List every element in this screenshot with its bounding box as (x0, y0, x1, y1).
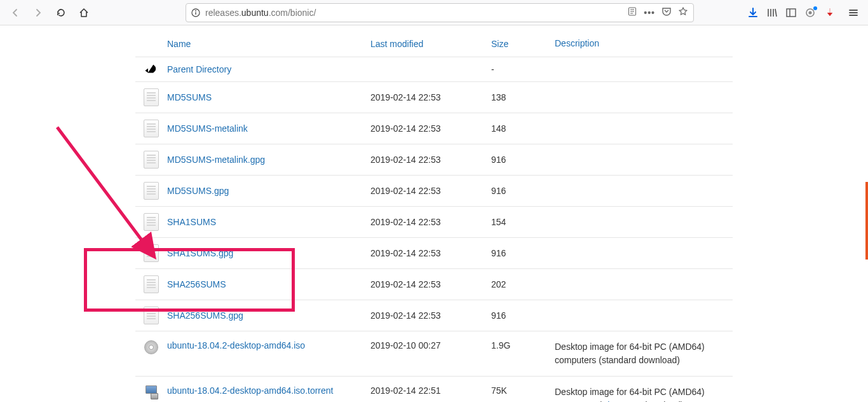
table-row: SHA256SUMS2019-02-14 22:53202 (135, 269, 733, 300)
col-desc[interactable]: Description (555, 38, 599, 48)
file-size: 75K (491, 385, 555, 396)
table-row: MD5SUMS2019-02-14 22:53138 (135, 82, 733, 113)
file-icon (144, 120, 159, 137)
file-date: 2019-02-14 22:53 (370, 155, 491, 165)
file-icon (144, 213, 159, 231)
pocket-icon[interactable] (661, 6, 672, 18)
menu-button[interactable] (848, 7, 859, 18)
table-row: MD5SUMS-metalink2019-02-14 22:53148 (135, 113, 733, 144)
url-bar[interactable]: releases.ubuntu.com/bionic/ ••• (186, 3, 694, 22)
file-icon (144, 151, 159, 169)
table-row: MD5SUMS-metalink.gpg2019-02-14 22:53916 (135, 144, 733, 176)
file-size: 202 (491, 279, 555, 289)
file-link[interactable]: MD5SUMS-metalink (167, 123, 248, 134)
bookmark-star-icon[interactable] (678, 6, 688, 18)
table-row: MD5SUMS.gpg2019-02-14 22:53916 (135, 176, 733, 207)
file-icon (144, 244, 159, 262)
table-row: SHA1SUMS.gpg2019-02-14 22:53916 (135, 238, 733, 269)
cd-icon (144, 340, 158, 354)
svg-point-1 (195, 10, 196, 11)
file-link[interactable]: MD5SUMS-metalink.gpg (167, 155, 265, 165)
sidebar-icon[interactable] (785, 7, 797, 18)
downloads-icon[interactable] (747, 7, 759, 18)
file-size: 148 (491, 123, 555, 134)
url-text: releases.ubuntu.com/bionic/ (205, 8, 622, 18)
back-button[interactable] (5, 3, 25, 23)
file-date: 2019-02-14 22:53 (370, 248, 491, 258)
extension-arrow-icon[interactable] (824, 6, 836, 19)
table-row: SHA256SUMS.gpg2019-02-14 22:53916 (135, 300, 733, 331)
forward-button[interactable] (28, 3, 48, 23)
file-desc: Desktop image for 64-bit PC (AMD64) comp… (555, 340, 733, 367)
parent-row: Parent Directory - (135, 57, 733, 82)
file-link[interactable]: SHA1SUMS (167, 217, 216, 227)
table-header: Name Last modified Size Description (135, 31, 733, 57)
file-size: 916 (491, 310, 555, 321)
file-icon (144, 275, 159, 293)
file-size: 916 (491, 155, 555, 165)
col-modified[interactable]: Last modified (370, 39, 423, 49)
scrollbar-indicator[interactable] (865, 182, 868, 260)
svg-rect-2 (195, 12, 196, 15)
col-name[interactable]: Name (167, 39, 191, 49)
file-date: 2019-02-14 22:53 (370, 123, 491, 134)
file-date: 2019-02-14 22:53 (370, 186, 491, 196)
file-date: 2019-02-14 22:53 (370, 217, 491, 227)
file-link[interactable]: MD5SUMS (167, 92, 212, 102)
file-date: 2019-02-14 22:51 (370, 385, 491, 396)
computer-icon (144, 385, 158, 399)
table-row: ubuntu-18.04.2-desktop-amd64.iso.torrent… (135, 377, 733, 402)
directory-listing: Name Last modified Size Description Pare… (135, 25, 733, 402)
svg-rect-4 (787, 9, 796, 17)
file-icon (144, 307, 159, 324)
parent-size: - (491, 64, 555, 74)
file-size: 916 (491, 248, 555, 258)
parent-directory-link[interactable]: Parent Directory (167, 64, 231, 74)
file-link[interactable]: SHA256SUMS (167, 279, 226, 289)
file-link[interactable]: MD5SUMS.gpg (167, 186, 229, 196)
col-size[interactable]: Size (491, 39, 508, 49)
file-link[interactable]: SHA256SUMS.gpg (167, 310, 243, 321)
file-date: 2019-02-10 00:27 (370, 340, 491, 350)
reader-mode-icon[interactable] (627, 6, 637, 18)
reload-button[interactable] (51, 3, 71, 23)
file-date: 2019-02-14 22:53 (370, 92, 491, 102)
file-size: 138 (491, 92, 555, 102)
file-date: 2019-02-14 22:53 (370, 279, 491, 289)
back-arrow-icon (135, 64, 167, 75)
file-date: 2019-02-14 22:53 (370, 310, 491, 321)
info-icon[interactable] (191, 8, 200, 17)
file-link[interactable]: ubuntu-18.04.2-desktop-amd64.iso (167, 340, 305, 350)
file-size: 1.9G (491, 340, 555, 350)
file-icon (144, 88, 159, 106)
file-size: 154 (491, 217, 555, 227)
file-icon (144, 182, 159, 200)
table-row: SHA1SUMS2019-02-14 22:53154 (135, 207, 733, 238)
svg-point-7 (809, 11, 812, 14)
file-desc: Desktop image for 64-bit PC (AMD64) comp… (555, 385, 733, 402)
home-button[interactable] (74, 3, 94, 23)
browser-toolbar: releases.ubuntu.com/bionic/ ••• (0, 0, 868, 25)
file-link[interactable]: ubuntu-18.04.2-desktop-amd64.iso.torrent (167, 385, 334, 396)
page-actions-icon[interactable]: ••• (644, 8, 655, 18)
table-row: ubuntu-18.04.2-desktop-amd64.iso2019-02-… (135, 331, 733, 377)
file-link[interactable]: SHA1SUMS.gpg (167, 248, 233, 258)
library-icon[interactable] (766, 7, 778, 18)
addon-icon[interactable] (804, 7, 816, 18)
file-size: 916 (491, 186, 555, 196)
